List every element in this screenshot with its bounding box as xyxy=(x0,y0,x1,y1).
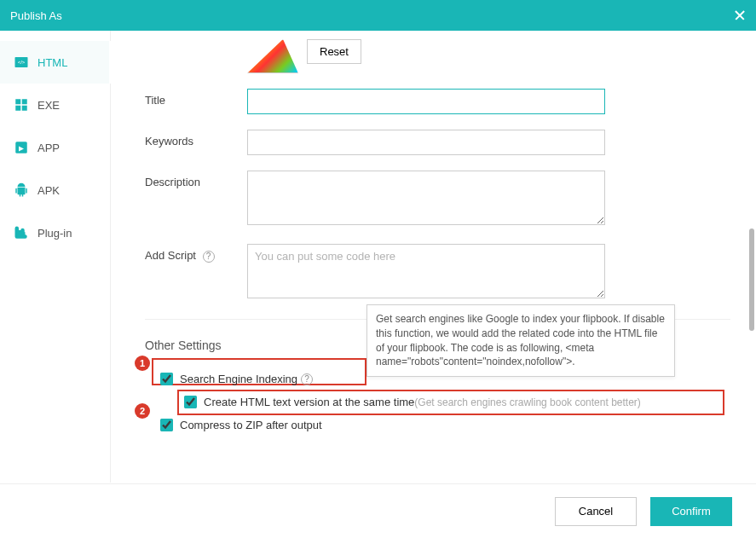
svg-text:</>: </> xyxy=(18,60,26,65)
description-textarea[interactable] xyxy=(247,171,605,225)
android-icon xyxy=(14,182,29,198)
scrollbar-thumb[interactable] xyxy=(749,229,754,331)
cancel-button[interactable]: Cancel xyxy=(555,497,637,526)
compress-zip-checkbox[interactable] xyxy=(160,419,173,431)
svg-rect-2 xyxy=(15,99,20,104)
sidebar-item-apk[interactable]: APK xyxy=(0,169,110,211)
option-html-text-version[interactable]: Create HTML text version at the same tim… xyxy=(169,390,730,414)
title-label: Title xyxy=(145,89,247,114)
description-label: Description xyxy=(145,171,247,229)
html-text-hint: (Get search engines crawling book conten… xyxy=(414,396,640,408)
content-panel: Reset Title Keywords Description Add Scr… xyxy=(111,31,756,483)
sidebar-item-label: HTML xyxy=(38,56,67,69)
cover-thumbnail xyxy=(247,39,298,73)
confirm-button[interactable]: Confirm xyxy=(650,497,732,526)
keywords-input[interactable] xyxy=(247,130,605,155)
sidebar-item-label: Plug-in xyxy=(38,227,72,240)
title-input[interactable] xyxy=(247,89,605,114)
indexing-tooltip: Get search engines like Google to index … xyxy=(366,304,675,377)
html-text-label: Create HTML text version at the same tim… xyxy=(204,396,414,408)
compress-zip-label: Compress to ZIP after output xyxy=(180,419,322,431)
help-icon[interactable]: ? xyxy=(203,251,215,263)
sidebar-item-html[interactable]: </> HTML xyxy=(0,41,110,84)
addscript-label: Add Script xyxy=(145,249,196,262)
plugin-icon xyxy=(14,225,29,240)
svg-rect-3 xyxy=(22,99,27,104)
keywords-label: Keywords xyxy=(145,130,247,155)
windows-icon xyxy=(14,97,29,113)
sidebar: </> HTML EXE APP APK Plug-in xyxy=(0,31,111,483)
reset-button[interactable]: Reset xyxy=(307,39,361,64)
search-indexing-label: Search Engine Indexing xyxy=(180,373,297,385)
svg-rect-4 xyxy=(15,106,20,111)
sidebar-item-exe[interactable]: EXE xyxy=(0,84,110,126)
addscript-textarea[interactable] xyxy=(247,244,605,298)
footer: Cancel Confirm xyxy=(0,483,756,538)
close-icon[interactable] xyxy=(734,9,746,21)
help-icon[interactable]: ? xyxy=(301,373,313,385)
window-title: Publish As xyxy=(10,9,734,22)
sidebar-item-app[interactable]: APP xyxy=(0,126,110,169)
sidebar-item-label: APP xyxy=(38,142,60,154)
svg-rect-5 xyxy=(22,106,27,111)
option-compress-zip[interactable]: Compress to ZIP after output xyxy=(145,414,730,437)
app-icon xyxy=(14,140,29,155)
other-settings-section: Get search engines like Google to index … xyxy=(145,319,730,437)
html-icon: </> xyxy=(14,55,29,70)
scrollbar-track[interactable] xyxy=(749,41,754,483)
search-indexing-checkbox[interactable] xyxy=(160,373,173,385)
titlebar: Publish As xyxy=(0,0,756,31)
sidebar-item-label: APK xyxy=(38,184,60,197)
html-text-checkbox[interactable] xyxy=(184,396,197,408)
sidebar-item-plugin[interactable]: Plug-in xyxy=(0,211,110,254)
sidebar-item-label: EXE xyxy=(38,99,60,112)
